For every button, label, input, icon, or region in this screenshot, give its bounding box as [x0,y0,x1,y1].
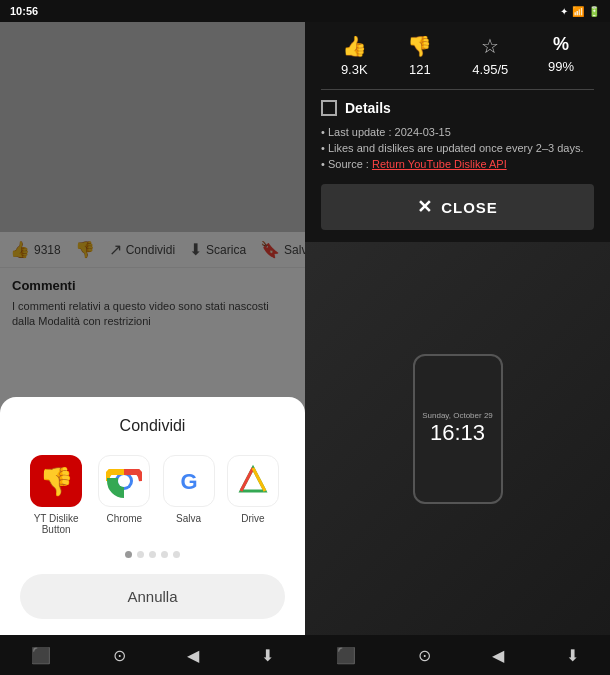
details-header: Details [321,100,594,116]
status-time: 10:56 [10,5,38,17]
details-list: Last update : 2024-03-15 Likes and disli… [321,124,594,172]
share-apps-row: 👎 YT Dislike Button [20,455,285,535]
detail-item-1: Last update : 2024-03-15 [321,124,594,140]
status-bar: 10:56 ✦ 📶 🔋 [0,0,610,22]
drive-label: Drive [241,513,264,524]
close-label: CLOSE [441,199,498,216]
dot-2 [137,551,144,558]
nav-back-left[interactable]: ◀ [187,646,199,665]
stat-dislikes: 👎 121 [407,34,432,77]
detail-item-2: Likes and dislikes are updated once ever… [321,140,594,156]
left-panel: 👍 9318 👎 ↗ Condividi ⬇ Scarica 🔖 Salva C… [0,22,305,635]
nav-square-left[interactable]: ⬛ [31,646,51,665]
phone-mockup: Sunday, October 29 16:13 [413,354,503,504]
stat-rating: ☆ 4.95/5 [472,34,508,77]
stat-percent-icon: % [553,34,569,55]
stat-percent: % 99% [548,34,574,77]
close-x-icon: ✕ [417,196,433,218]
battery-icon: 🔋 [588,6,600,17]
drive-icon [227,455,279,507]
stat-likes: 👍 9.3K [341,34,368,77]
share-pagination-dots [20,551,285,558]
phone-time: 16:13 [430,420,485,446]
stat-thumbs-down-icon: 👎 [407,34,432,58]
close-button[interactable]: ✕ CLOSE [321,184,594,230]
share-app-drive[interactable]: Drive [227,455,279,535]
source-link[interactable]: Return YouTube Dislike API [372,158,507,170]
main-content: 👍 9318 👎 ↗ Condividi ⬇ Scarica 🔖 Salva C… [0,22,610,635]
dot-3 [149,551,156,558]
share-title: Condividi [20,417,285,435]
share-app-yt-dislike[interactable]: 👎 YT Dislike Button [26,455,86,535]
svg-text:G: G [180,469,197,494]
details-checkbox[interactable] [321,100,337,116]
yt-dislike-icon: 👎 [30,455,82,507]
nav-back-right[interactable]: ◀ [492,646,504,665]
phone-in-hand: Sunday, October 29 16:13 [305,222,610,635]
bluetooth-icon: ✦ [560,6,568,17]
status-icons: ✦ 📶 🔋 [560,6,600,17]
stats-row: 👍 9.3K 👎 121 ☆ 4.95/5 % 99% [321,34,594,77]
nav-down-right[interactable]: ⬇ [566,646,579,665]
nav-circle-left[interactable]: ⊙ [113,646,126,665]
share-dialog-overlay[interactable]: Condividi 👎 YT Dislike Button [0,22,305,635]
chrome-icon [98,455,150,507]
nav-circle-right[interactable]: ⊙ [418,646,431,665]
dot-5 [173,551,180,558]
stat-likes-value: 9.3K [341,62,368,77]
dot-1 [125,551,132,558]
video-thumb: Sunday, October 29 16:13 [305,222,610,635]
details-title: Details [345,100,391,116]
stat-percent-value: 99% [548,59,574,74]
nav-bar-right: ⬛ ⊙ ◀ ⬇ [305,635,610,675]
share-dialog: Condividi 👎 YT Dislike Button [0,397,305,635]
share-app-chrome[interactable]: Chrome [98,455,150,535]
phone-date: Sunday, October 29 [422,411,493,420]
chrome-label: Chrome [107,513,143,524]
stat-rating-value: 4.95/5 [472,62,508,77]
dot-4 [161,551,168,558]
right-panel: 👍 9.3K 👎 121 ☆ 4.95/5 % 99% [305,22,610,635]
yt-dislike-label: YT Dislike Button [26,513,86,535]
stat-star-icon: ☆ [481,34,499,58]
svg-point-2 [118,475,130,487]
google-label: Salva [176,513,201,524]
nav-down-left[interactable]: ⬇ [261,646,274,665]
nav-square-right[interactable]: ⬛ [336,646,356,665]
wifi-icon: 📶 [572,6,584,17]
stat-thumbs-up-icon: 👍 [342,34,367,58]
nav-bar: ⬛ ⊙ ◀ ⬇ ⬛ ⊙ ◀ ⬇ [0,635,610,675]
nav-bar-left: ⬛ ⊙ ◀ ⬇ [0,635,305,675]
cancel-button[interactable]: Annulla [20,574,285,619]
share-app-google[interactable]: G Salva [163,455,215,535]
detail-item-3: Source : Return YouTube Dislike API [321,156,594,172]
stat-dislikes-value: 121 [409,62,431,77]
details-section: Details Last update : 2024-03-15 Likes a… [321,89,594,230]
google-icon: G [163,455,215,507]
stats-overlay: 👍 9.3K 👎 121 ☆ 4.95/5 % 99% [305,22,610,242]
